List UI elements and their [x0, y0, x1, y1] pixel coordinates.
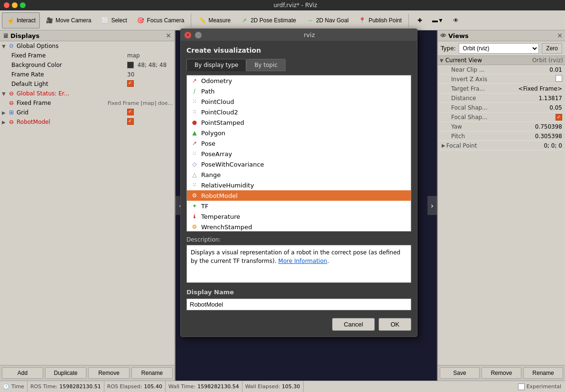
range-label: Range — [201, 171, 221, 178]
viz-item-posearray[interactable]: ⁙ PoseArray — [187, 149, 411, 159]
posewithcovariance-icon: ◇ — [191, 160, 198, 168]
pointcloud2-icon: ⁙ — [191, 108, 198, 116]
odometry-icon: ↗ — [191, 77, 198, 84]
odometry-label: Odometry — [201, 77, 232, 84]
viz-item-robotmodel[interactable]: ⚙ RobotModel — [187, 190, 411, 201]
viz-list: ↗ Odometry / Path ⁙ PointCloud ⁙ PointCl… — [187, 75, 411, 232]
display-name-label: Display Name — [186, 289, 411, 296]
tf-icon: ✦ — [191, 202, 198, 210]
wrenchstamped-icon: ⚙ — [191, 223, 198, 231]
description-period: . — [327, 258, 329, 264]
modal-title: rviz — [205, 31, 413, 38]
temperature-icon: 🌡 — [191, 213, 198, 220]
posearray-label: PoseArray — [201, 150, 232, 158]
viz-item-relativehumidity[interactable]: ⁙ RelativeHumidity — [187, 180, 411, 190]
viz-item-polygon[interactable]: ▲ Polygon — [187, 128, 411, 138]
pose-icon: ↗ — [191, 140, 198, 147]
viz-item-pose[interactable]: ↗ Pose — [187, 138, 411, 149]
wrenchstamped-label: WrenchStamped — [201, 224, 252, 231]
more-information-link[interactable]: More Information — [278, 258, 327, 264]
pointcloud-icon: ⁙ — [191, 98, 198, 105]
temperature-label: Temperature — [201, 213, 240, 220]
robotmodel-label: RobotModel — [201, 192, 238, 199]
path-icon: / — [191, 87, 198, 95]
modal-body: Create visualization By display type By … — [181, 41, 417, 336]
relativehumidity-icon: ⁙ — [191, 181, 198, 189]
posewithcovariance-label: PoseWithCovariance — [201, 161, 264, 168]
polygon-label: Polygon — [201, 130, 225, 137]
range-icon: △ — [191, 171, 198, 178]
viz-item-tf[interactable]: ✦ TF — [187, 201, 411, 211]
dialog-buttons: Cancel OK — [186, 318, 411, 331]
viz-item-pointcloud[interactable]: ⁙ PointCloud — [187, 96, 411, 107]
relativehumidity-label: RelativeHumidity — [201, 182, 254, 189]
viz-item-range[interactable]: △ Range — [187, 169, 411, 180]
pointcloud2-label: PointCloud2 — [201, 109, 238, 116]
viz-item-pointcloud2[interactable]: ⁙ PointCloud2 — [187, 107, 411, 117]
viz-item-odometry[interactable]: ↗ Odometry — [187, 75, 411, 86]
robotmodel-icon: ⚙ — [191, 192, 198, 199]
pointstamped-label: PointStamped — [201, 119, 244, 126]
modal-titlebar: ✕ rviz — [181, 29, 417, 41]
tab-display-type[interactable]: By display type — [186, 59, 246, 71]
modal-overlay: ✕ rviz Create visualization By display t… — [0, 0, 565, 392]
pointcloud-label: PointCloud — [201, 98, 234, 105]
modal-min-button[interactable] — [195, 32, 202, 38]
tf-label: TF — [201, 203, 208, 210]
path-label: Path — [201, 88, 215, 95]
viz-item-wrenchstamped[interactable]: ⚙ WrenchStamped — [187, 222, 411, 232]
viz-item-temperature[interactable]: 🌡 Temperature — [187, 211, 411, 222]
viz-item-path[interactable]: / Path — [187, 86, 411, 96]
ok-button[interactable]: OK — [379, 318, 411, 331]
modal-close-button[interactable]: ✕ — [185, 32, 191, 38]
viz-list-container[interactable]: ↗ Odometry / Path ⁙ PointCloud ⁙ PointCl… — [186, 75, 411, 232]
viz-tabs: By display type By topic — [186, 59, 411, 71]
posearray-icon: ⁙ — [191, 150, 198, 158]
pose-label: Pose — [201, 140, 215, 147]
viz-item-posewithcovariance[interactable]: ◇ PoseWithCovariance — [187, 159, 411, 169]
pointstamped-icon: ● — [191, 119, 198, 126]
tab-topic[interactable]: By topic — [246, 59, 286, 71]
description-box: Displays a visual representation of a ro… — [186, 245, 411, 283]
viz-item-pointstamped[interactable]: ● PointStamped — [187, 117, 411, 128]
create-visualization-dialog: ✕ rviz Create visualization By display t… — [180, 28, 417, 337]
description-label: Description: — [186, 236, 411, 243]
create-viz-title: Create visualization — [186, 47, 411, 54]
description-section: Description: Displays a visual represent… — [186, 236, 411, 283]
polygon-icon: ▲ — [191, 129, 198, 137]
cancel-button[interactable]: Cancel — [332, 318, 375, 331]
display-name-input[interactable] — [186, 299, 411, 310]
